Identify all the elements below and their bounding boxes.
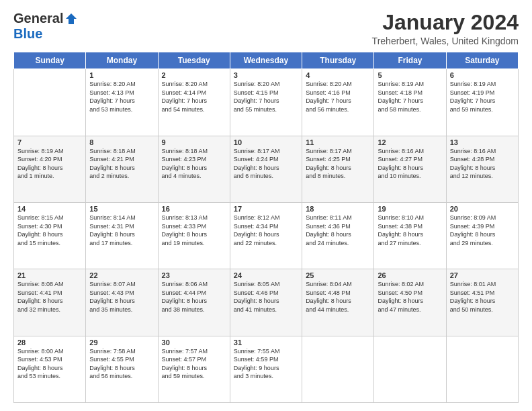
day-info: Sunrise: 8:20 AMSunset: 4:16 PMDaylight:… [306,80,370,113]
day-info: Sunrise: 8:00 AMSunset: 4:53 PMDaylight:… [17,347,82,381]
day-number: 9 [162,138,226,146]
day-number: 14 [17,205,82,213]
table-row: 20Sunrise: 8:09 AMSunset: 4:39 PMDayligh… [446,202,518,269]
calendar-week-4: 21Sunrise: 8:08 AMSunset: 4:41 PMDayligh… [14,269,519,336]
day-info: Sunrise: 7:58 AMSunset: 4:55 PMDaylight:… [89,347,154,381]
table-row: 16Sunrise: 8:13 AMSunset: 4:33 PMDayligh… [158,202,230,269]
day-info: Sunrise: 8:10 AMSunset: 4:38 PMDaylight:… [378,214,442,247]
day-number: 10 [234,138,298,146]
table-row: 13Sunrise: 8:16 AMSunset: 4:28 PMDayligh… [446,136,518,202]
calendar: Sunday Monday Tuesday Wednesday Thursday… [13,52,519,403]
table-row: 27Sunrise: 8:01 AMSunset: 4:51 PMDayligh… [446,269,518,336]
table-row: 10Sunrise: 8:17 AMSunset: 4:24 PMDayligh… [230,136,302,202]
day-info: Sunrise: 8:01 AMSunset: 4:51 PMDaylight:… [450,280,515,314]
day-number: 27 [450,271,515,279]
table-row [302,336,374,402]
table-row: 12Sunrise: 8:16 AMSunset: 4:27 PMDayligh… [374,136,446,202]
col-monday: Monday [86,52,158,69]
table-row: 14Sunrise: 8:15 AMSunset: 4:30 PMDayligh… [14,202,86,269]
day-info: Sunrise: 8:12 AMSunset: 4:34 PMDaylight:… [234,214,298,247]
day-info: Sunrise: 8:19 AMSunset: 4:19 PMDaylight:… [450,80,515,113]
calendar-week-5: 28Sunrise: 8:00 AMSunset: 4:53 PMDayligh… [14,336,519,402]
day-info: Sunrise: 8:14 AMSunset: 4:31 PMDaylight:… [89,214,154,247]
table-row: 23Sunrise: 8:06 AMSunset: 4:44 PMDayligh… [158,269,230,336]
month-title: January 2024 [372,11,519,34]
day-info: Sunrise: 8:18 AMSunset: 4:21 PMDaylight:… [89,147,154,181]
table-row: 18Sunrise: 8:11 AMSunset: 4:36 PMDayligh… [302,202,374,269]
day-number: 30 [162,338,226,347]
title-block: January 2024 Treherbert, Wales, United K… [372,11,519,46]
day-info: Sunrise: 8:09 AMSunset: 4:39 PMDaylight:… [450,214,515,247]
table-row: 4Sunrise: 8:20 AMSunset: 4:16 PMDaylight… [302,69,374,136]
calendar-week-3: 14Sunrise: 8:15 AMSunset: 4:30 PMDayligh… [14,202,519,269]
col-wednesday: Wednesday [230,52,302,69]
day-number: 11 [306,138,370,146]
calendar-week-2: 7Sunrise: 8:19 AMSunset: 4:20 PMDaylight… [14,136,519,202]
day-info: Sunrise: 8:20 AMSunset: 4:13 PMDaylight:… [89,80,154,113]
table-row: 3Sunrise: 8:20 AMSunset: 4:15 PMDaylight… [230,69,302,136]
day-number: 20 [450,205,515,213]
day-number: 4 [306,71,370,79]
day-number: 29 [89,338,154,347]
day-info: Sunrise: 8:20 AMSunset: 4:15 PMDaylight:… [234,80,298,113]
col-thursday: Thursday [302,52,374,69]
day-number: 8 [89,138,154,146]
day-number: 25 [306,271,370,279]
day-number: 7 [17,138,82,146]
table-row: 21Sunrise: 8:08 AMSunset: 4:41 PMDayligh… [14,269,86,336]
table-row: 31Sunrise: 7:55 AMSunset: 4:59 PMDayligh… [230,336,302,402]
table-row: 8Sunrise: 8:18 AMSunset: 4:21 PMDaylight… [86,136,158,202]
day-info: Sunrise: 8:04 AMSunset: 4:48 PMDaylight:… [306,280,370,314]
table-row: 17Sunrise: 8:12 AMSunset: 4:34 PMDayligh… [230,202,302,269]
day-number: 1 [89,71,154,79]
page: General Blue January 2024 Treherbert, Wa… [0,0,532,411]
day-info: Sunrise: 8:11 AMSunset: 4:36 PMDaylight:… [306,214,370,247]
day-info: Sunrise: 8:02 AMSunset: 4:50 PMDaylight:… [378,280,442,314]
day-number: 18 [306,205,370,213]
col-sunday: Sunday [14,52,86,69]
day-number: 19 [378,205,442,213]
table-row [446,336,518,402]
day-info: Sunrise: 8:15 AMSunset: 4:30 PMDaylight:… [17,214,82,247]
table-row: 7Sunrise: 8:19 AMSunset: 4:20 PMDaylight… [14,136,86,202]
table-row [374,336,446,402]
table-row: 25Sunrise: 8:04 AMSunset: 4:48 PMDayligh… [302,269,374,336]
table-row: 1Sunrise: 8:20 AMSunset: 4:13 PMDaylight… [86,69,158,136]
day-number: 16 [162,205,226,213]
col-friday: Friday [374,52,446,69]
table-row: 30Sunrise: 7:57 AMSunset: 4:57 PMDayligh… [158,336,230,402]
table-row: 6Sunrise: 8:19 AMSunset: 4:19 PMDaylight… [446,69,518,136]
header: General Blue January 2024 Treherbert, Wa… [13,11,519,46]
day-number: 5 [378,71,442,79]
day-info: Sunrise: 8:17 AMSunset: 4:24 PMDaylight:… [234,147,298,181]
table-row: 15Sunrise: 8:14 AMSunset: 4:31 PMDayligh… [86,202,158,269]
day-number: 21 [17,271,82,279]
col-saturday: Saturday [446,52,518,69]
day-number: 12 [378,138,442,146]
day-info: Sunrise: 8:16 AMSunset: 4:27 PMDaylight:… [378,147,442,181]
calendar-header-row: Sunday Monday Tuesday Wednesday Thursday… [14,52,519,69]
table-row: 26Sunrise: 8:02 AMSunset: 4:50 PMDayligh… [374,269,446,336]
day-info: Sunrise: 8:19 AMSunset: 4:20 PMDaylight:… [17,147,82,181]
location: Treherbert, Wales, United Kingdom [372,36,519,46]
day-info: Sunrise: 7:55 AMSunset: 4:59 PMDaylight:… [234,347,298,381]
svg-marker-0 [66,13,77,24]
table-row: 5Sunrise: 8:19 AMSunset: 4:18 PMDaylight… [374,69,446,136]
day-number: 6 [450,71,515,79]
logo-blue-text: Blue [13,26,42,41]
day-info: Sunrise: 8:05 AMSunset: 4:46 PMDaylight:… [234,280,298,314]
day-info: Sunrise: 8:17 AMSunset: 4:25 PMDaylight:… [306,147,370,181]
table-row [14,69,86,136]
table-row: 9Sunrise: 8:18 AMSunset: 4:23 PMDaylight… [158,136,230,202]
table-row: 19Sunrise: 8:10 AMSunset: 4:38 PMDayligh… [374,202,446,269]
day-info: Sunrise: 8:16 AMSunset: 4:28 PMDaylight:… [450,147,515,181]
table-row: 22Sunrise: 8:07 AMSunset: 4:43 PMDayligh… [86,269,158,336]
table-row: 28Sunrise: 8:00 AMSunset: 4:53 PMDayligh… [14,336,86,402]
logo-icon [64,12,78,26]
day-info: Sunrise: 8:18 AMSunset: 4:23 PMDaylight:… [162,147,226,181]
day-info: Sunrise: 8:19 AMSunset: 4:18 PMDaylight:… [378,80,442,113]
day-info: Sunrise: 8:08 AMSunset: 4:41 PMDaylight:… [17,280,82,314]
day-number: 26 [378,271,442,279]
day-number: 24 [234,271,298,279]
table-row: 2Sunrise: 8:20 AMSunset: 4:14 PMDaylight… [158,69,230,136]
